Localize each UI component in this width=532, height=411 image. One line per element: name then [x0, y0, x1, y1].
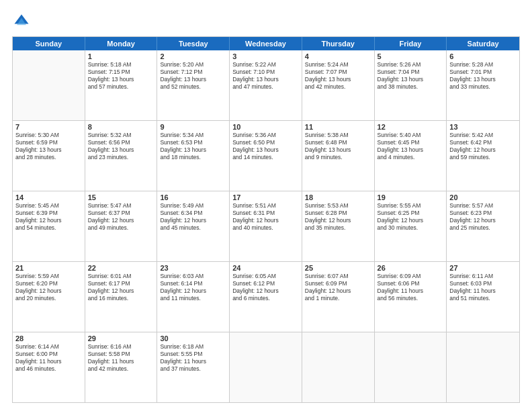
- cell-line: Sunset: 6:50 PM: [232, 139, 299, 146]
- cell-line: Daylight: 13 hours: [449, 76, 517, 83]
- cell-line: Daylight: 13 hours: [232, 146, 299, 154]
- cell-line: Sunrise: 6:18 AM: [160, 343, 226, 351]
- calendar-cell: 7Sunrise: 5:30 AMSunset: 6:59 PMDaylight…: [13, 121, 85, 191]
- cell-line: and 30 minutes.: [378, 224, 444, 232]
- cell-line: Sunset: 6:20 PM: [15, 280, 82, 287]
- day-number: 9: [160, 123, 226, 131]
- cell-line: Sunset: 7:10 PM: [232, 68, 299, 76]
- cell-line: Daylight: 13 hours: [232, 76, 299, 83]
- cell-line: Sunrise: 5:53 AM: [305, 202, 371, 210]
- cell-line: Sunset: 6:00 PM: [15, 351, 82, 358]
- cell-line: Sunset: 6:06 PM: [378, 280, 444, 287]
- cell-line: Sunset: 6:28 PM: [305, 210, 371, 217]
- cell-line: and 6 minutes.: [232, 295, 299, 302]
- day-number: 28: [15, 334, 82, 342]
- calendar-cell: 28Sunrise: 6:14 AMSunset: 6:00 PMDayligh…: [13, 332, 85, 402]
- calendar-cell: 14Sunrise: 5:45 AMSunset: 6:39 PMDayligh…: [13, 191, 85, 261]
- calendar-cell: 9Sunrise: 5:34 AMSunset: 6:53 PMDaylight…: [157, 121, 230, 191]
- cell-line: Sunset: 6:37 PM: [88, 210, 154, 217]
- day-number: 25: [305, 264, 371, 272]
- cell-line: Daylight: 12 hours: [449, 217, 517, 224]
- cell-line: Sunset: 5:55 PM: [160, 351, 226, 358]
- page: SundayMondayTuesdayWednesdayThursdayFrid…: [0, 0, 532, 411]
- cell-line: Sunrise: 5:55 AM: [378, 202, 444, 210]
- cell-line: Daylight: 11 hours: [88, 358, 154, 365]
- cell-line: and 37 minutes.: [160, 365, 226, 373]
- day-number: 27: [449, 264, 517, 272]
- cell-line: Daylight: 11 hours: [160, 358, 226, 365]
- calendar-row: 7Sunrise: 5:30 AMSunset: 6:59 PMDaylight…: [13, 121, 519, 191]
- cell-line: Daylight: 12 hours: [232, 287, 299, 295]
- cell-line: Daylight: 11 hours: [15, 358, 82, 365]
- calendar: SundayMondayTuesdayWednesdayThursdayFrid…: [12, 36, 520, 403]
- cell-line: Sunrise: 6:07 AM: [305, 273, 371, 280]
- cell-line: Sunrise: 5:20 AM: [160, 61, 226, 68]
- calendar-cell: 1Sunrise: 5:18 AMSunset: 7:15 PMDaylight…: [85, 50, 158, 120]
- calendar-row: 21Sunrise: 5:59 AMSunset: 6:20 PMDayligh…: [13, 262, 519, 332]
- cell-line: and 45 minutes.: [160, 224, 226, 232]
- calendar-cell: 13Sunrise: 5:42 AMSunset: 6:42 PMDayligh…: [447, 121, 519, 191]
- cell-line: Sunset: 6:56 PM: [88, 139, 154, 146]
- cell-line: and 54 minutes.: [15, 224, 82, 232]
- header-day-thursday: Thursday: [302, 37, 375, 50]
- cell-line: Sunrise: 6:16 AM: [88, 343, 154, 351]
- calendar-cell: 4Sunrise: 5:24 AMSunset: 7:07 PMDaylight…: [302, 50, 375, 120]
- cell-line: Sunrise: 6:14 AM: [15, 343, 82, 351]
- day-number: 17: [232, 193, 299, 201]
- calendar-cell: 25Sunrise: 6:07 AMSunset: 6:09 PMDayligh…: [302, 262, 375, 332]
- cell-line: Daylight: 13 hours: [305, 76, 371, 83]
- day-number: 20: [449, 193, 517, 201]
- cell-line: and 33 minutes.: [449, 83, 517, 91]
- cell-line: Sunrise: 5:36 AM: [232, 132, 299, 139]
- day-number: 30: [160, 334, 226, 342]
- cell-line: Daylight: 13 hours: [305, 146, 371, 154]
- calendar-row: 14Sunrise: 5:45 AMSunset: 6:39 PMDayligh…: [13, 191, 519, 262]
- cell-line: Sunrise: 5:26 AM: [378, 61, 444, 68]
- header-day-saturday: Saturday: [447, 37, 519, 50]
- header-day-friday: Friday: [375, 37, 447, 50]
- calendar-cell: 23Sunrise: 6:03 AMSunset: 6:14 PMDayligh…: [157, 262, 230, 332]
- cell-line: Sunset: 6:17 PM: [88, 280, 154, 287]
- cell-line: Sunrise: 6:11 AM: [449, 273, 517, 280]
- calendar-cell: [230, 332, 302, 402]
- cell-line: Sunset: 5:58 PM: [88, 351, 154, 358]
- cell-line: and 4 minutes.: [378, 154, 444, 161]
- day-number: 1: [88, 52, 154, 60]
- cell-line: Sunrise: 6:05 AM: [232, 273, 299, 280]
- cell-line: Sunrise: 5:24 AM: [305, 61, 371, 68]
- cell-line: and 35 minutes.: [305, 224, 371, 232]
- cell-line: Sunrise: 5:22 AM: [232, 61, 299, 68]
- calendar-cell: 26Sunrise: 6:09 AMSunset: 6:06 PMDayligh…: [375, 262, 447, 332]
- cell-line: Daylight: 11 hours: [449, 287, 517, 295]
- cell-line: Sunset: 6:42 PM: [449, 139, 517, 146]
- day-number: 10: [232, 123, 299, 131]
- cell-line: and 57 minutes.: [88, 83, 154, 91]
- cell-line: and 46 minutes.: [15, 365, 82, 373]
- calendar-cell: 11Sunrise: 5:38 AMSunset: 6:48 PMDayligh…: [302, 121, 375, 191]
- cell-line: and 11 minutes.: [160, 295, 226, 302]
- day-number: 15: [88, 193, 154, 201]
- day-number: 13: [449, 123, 517, 131]
- day-number: 18: [305, 193, 371, 201]
- cell-line: and 40 minutes.: [232, 224, 299, 232]
- cell-line: Daylight: 12 hours: [378, 217, 444, 224]
- cell-line: Sunrise: 5:30 AM: [15, 132, 82, 139]
- cell-line: Daylight: 12 hours: [15, 217, 82, 224]
- day-number: 3: [232, 52, 299, 60]
- cell-line: and 42 minutes.: [305, 83, 371, 91]
- cell-line: Daylight: 13 hours: [378, 76, 444, 83]
- day-number: 22: [88, 264, 154, 272]
- cell-line: and 56 minutes.: [378, 295, 444, 302]
- day-number: 8: [88, 123, 154, 131]
- cell-line: Sunset: 6:23 PM: [449, 210, 517, 217]
- calendar-cell: 29Sunrise: 6:16 AMSunset: 5:58 PMDayligh…: [85, 332, 158, 402]
- calendar-cell: 19Sunrise: 5:55 AMSunset: 6:25 PMDayligh…: [375, 191, 447, 261]
- cell-line: Daylight: 12 hours: [88, 287, 154, 295]
- calendar-cell: 8Sunrise: 5:32 AMSunset: 6:56 PMDaylight…: [85, 121, 158, 191]
- cell-line: and 14 minutes.: [232, 154, 299, 161]
- calendar-cell: 18Sunrise: 5:53 AMSunset: 6:28 PMDayligh…: [302, 191, 375, 261]
- calendar-cell: 17Sunrise: 5:51 AMSunset: 6:31 PMDayligh…: [230, 191, 302, 261]
- day-number: 5: [378, 52, 444, 60]
- logo: [12, 12, 34, 31]
- cell-line: Sunrise: 5:40 AM: [378, 132, 444, 139]
